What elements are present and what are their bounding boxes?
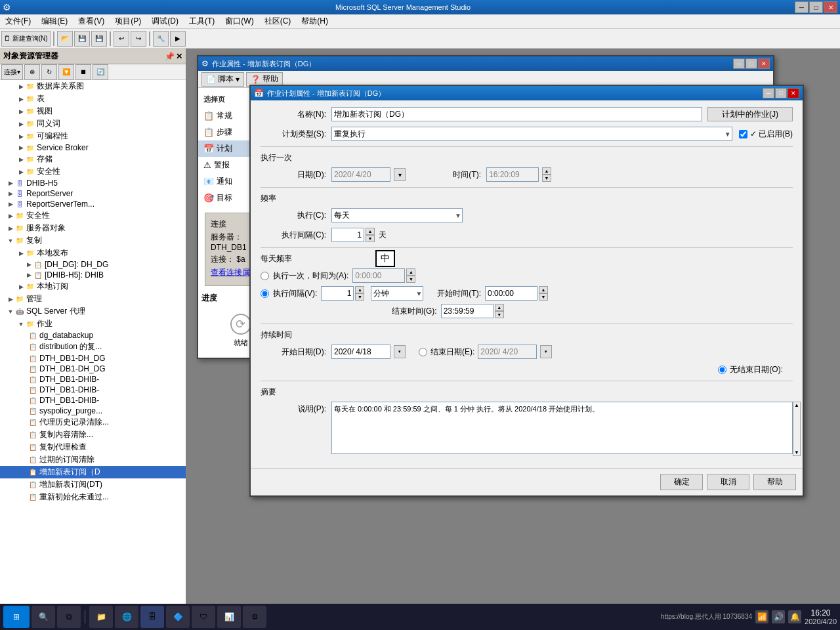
interval-input[interactable] <box>331 228 364 242</box>
interval-radio[interactable] <box>261 289 269 298</box>
tree-toggle[interactable]: ▶ <box>7 295 14 303</box>
tree-toggle[interactable]: ▶ <box>17 120 25 128</box>
taskbar-browser[interactable]: 🌐 <box>115 606 138 628</box>
menu-edit[interactable]: 编辑(E) <box>36 14 73 28</box>
tree-item-local-sub[interactable]: ▶ 📁 本地订阅 <box>0 280 186 293</box>
taskbar-clock[interactable]: 16:20 2020/4/20 <box>805 608 837 625</box>
interval-up[interactable]: ▲ <box>366 228 375 235</box>
menu-debug[interactable]: 调试(D) <box>146 14 184 28</box>
tree-item-storage[interactable]: ▶ 📁 存储 <box>0 153 186 165</box>
taskbar-extra4[interactable]: ⚙ <box>243 606 266 628</box>
end-down[interactable]: ▼ <box>495 311 504 318</box>
menu-help[interactable]: 帮助(H) <box>296 14 333 28</box>
interval-unit-select[interactable]: 分钟 <box>371 286 423 301</box>
tree-item-job-4[interactable]: 📋 DTH_DB1-DH_DG <box>0 364 186 374</box>
start-time-input[interactable] <box>485 286 537 301</box>
dialog1-maximize[interactable]: □ <box>746 58 757 69</box>
tree-item-local-pub[interactable]: ▶ 📁 本地发布 <box>0 247 186 259</box>
tree-toggle[interactable]: ▶ <box>17 156 25 163</box>
taskbar-sound-icon[interactable]: 🔊 <box>772 610 785 623</box>
summary-scrollbar[interactable]: ▲ ▼ <box>793 402 801 456</box>
end-date-input[interactable] <box>478 345 537 359</box>
menu-view[interactable]: 查看(V) <box>73 14 110 28</box>
taskbar-search[interactable]: 🔍 <box>32 606 55 628</box>
toolbar-extra1[interactable]: 🔧 <box>153 31 169 47</box>
dialog2-maximize[interactable]: □ <box>775 88 787 98</box>
tree-item-job-1[interactable]: 📋 dg_databackup <box>0 330 186 341</box>
frequency-select[interactable]: 每天 <box>331 208 463 222</box>
tree-item-job-12[interactable]: 📋 过期的订阅清除 <box>0 453 186 466</box>
schedule-type-select[interactable]: 重复执行 <box>331 127 732 141</box>
tree-item-programmability[interactable]: ▶ 📁 可编程性 <box>0 130 186 142</box>
ok-button[interactable]: 确定 <box>660 474 703 490</box>
taskbar-extra2[interactable]: 🛡 <box>192 606 215 628</box>
end-up[interactable]: ▲ <box>495 304 504 311</box>
close-button[interactable]: ✕ <box>824 1 837 13</box>
start-date-picker[interactable]: ▾ <box>394 345 406 358</box>
tree-item-job-13[interactable]: 📋 增加新表订阅（D <box>0 466 186 478</box>
tree-item-dh-dg[interactable]: ▶ 📋 [DH_DG]: DH_DG <box>0 259 186 270</box>
oe-filter-button[interactable]: 🔽 <box>58 64 74 80</box>
tree-toggle[interactable]: ▶ <box>17 108 25 116</box>
end-time-input[interactable] <box>441 304 494 318</box>
toolbar-extra2[interactable]: ▶ <box>170 31 186 47</box>
summary-textarea[interactable]: 每天在 0:00:00 和 23:59:59 之间、每 1 分钟 执行。将从 2… <box>331 402 793 454</box>
tree-toggle[interactable]: ▶ <box>7 224 14 232</box>
toolbar-undo[interactable]: ↩ <box>114 31 129 47</box>
once-radio[interactable] <box>261 272 269 280</box>
time-spinner[interactable]: ▲ ▼ <box>542 167 551 182</box>
tree-item-db-diagrams[interactable]: ▶ 📁 数据库关系图 <box>0 80 186 93</box>
tree-item-synonyms[interactable]: ▶ 📁 同义词 <box>0 117 186 130</box>
tree-toggle[interactable]: ▶ <box>17 249 25 257</box>
tree-toggle[interactable]: ▶ <box>7 200 14 208</box>
tree-item-reportserver[interactable]: ▶ 🗄 ReportServer <box>0 188 186 199</box>
tree-toggle[interactable]: ▶ <box>25 271 33 279</box>
oe-sync-button[interactable]: 🔄 <box>93 64 108 80</box>
tree-item-job-7[interactable]: 📋 DTH_DB1-DHIB- <box>0 395 186 406</box>
tree-item-job-5[interactable]: 📋 DTH_DB1-DHIB- <box>0 374 186 385</box>
tree-item-dhib-h5[interactable]: ▶ 🗄 DHIB-H5 <box>0 178 186 188</box>
oe-close-icon[interactable]: ✕ <box>176 52 182 61</box>
menu-community[interactable]: 社区(C) <box>259 14 297 28</box>
taskbar-task-view[interactable]: ⧉ <box>57 606 81 628</box>
tree-toggle[interactable]: ▶ <box>7 179 14 187</box>
start-up[interactable]: ▲ <box>539 286 548 293</box>
menu-project[interactable]: 项目(P) <box>110 14 146 28</box>
name-input[interactable] <box>331 107 702 121</box>
tree-toggle[interactable]: ▶ <box>17 133 25 140</box>
oe-refresh-button[interactable]: ↻ <box>41 64 57 80</box>
start-button[interactable]: ⊞ <box>3 606 30 628</box>
script-button[interactable]: 📄 脚本 ▾ <box>201 72 244 87</box>
time-up[interactable]: ▲ <box>542 167 551 175</box>
jobs-in-schedule-button[interactable]: 计划中的作业(J) <box>707 107 793 121</box>
interval-down[interactable]: ▼ <box>366 235 375 242</box>
tree-item-replication[interactable]: ▼ 📁 复制 <box>0 234 186 247</box>
date-picker-button[interactable]: ▾ <box>394 168 406 181</box>
help-button[interactable]: 帮助 <box>753 474 796 490</box>
tree-item-job-9[interactable]: 📋 代理历史记录清除... <box>0 416 186 429</box>
toolbar-open-button[interactable]: 📂 <box>57 31 73 47</box>
tree-toggle[interactable]: ▶ <box>7 212 14 220</box>
tree-toggle[interactable]: ▶ <box>7 190 14 198</box>
oe-pin-icon[interactable]: 📌 <box>165 52 175 61</box>
taskbar-network-icon[interactable]: 📶 <box>755 610 768 623</box>
menu-tools[interactable]: 工具(T) <box>184 14 220 28</box>
tree-item-security2[interactable]: ▶ 📁 安全性 <box>0 209 186 222</box>
end-date-picker[interactable]: ▾ <box>540 345 552 358</box>
taskbar-ssms[interactable]: 🗄 <box>140 606 164 628</box>
oe-stop-button[interactable]: ⏹ <box>75 64 91 80</box>
toolbar-save-all[interactable]: 💾 <box>91 31 107 47</box>
tree-item-jobs[interactable]: ▼ 📁 作业 <box>0 318 186 330</box>
interval-val-input[interactable] <box>321 286 354 301</box>
dialog2-close[interactable]: ✕ <box>788 88 799 98</box>
dialog2-minimize[interactable]: ─ <box>763 88 774 98</box>
end-spinner[interactable]: ▲ ▼ <box>495 304 504 318</box>
toolbar-save-button[interactable]: 💾 <box>74 31 90 47</box>
minimize-button[interactable]: ─ <box>795 1 808 13</box>
tree-item-service-broker[interactable]: ▶ 📁 Service Broker <box>0 142 186 153</box>
tree-item-management[interactable]: ▶ 📁 管理 <box>0 293 186 305</box>
taskbar-notification-icon[interactable]: 🔔 <box>788 610 801 623</box>
tree-item-job-11[interactable]: 📋 复制代理检查 <box>0 441 186 453</box>
dialog1-minimize[interactable]: ─ <box>733 58 745 69</box>
time-down[interactable]: ▼ <box>542 175 551 182</box>
